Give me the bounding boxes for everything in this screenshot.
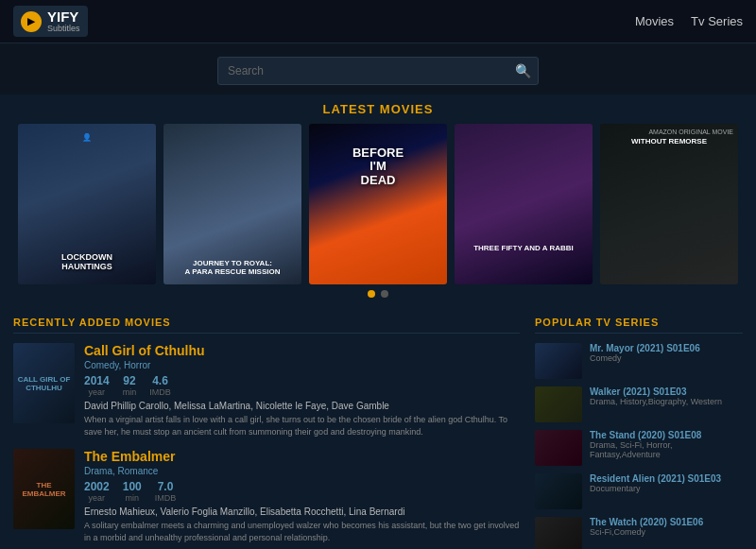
recently-added-section: RECENTLY ADDED MOVIES CALL GIRL OF CTHUL… [13,317,520,549]
logo[interactable]: ▶ YIFY Subtitles [13,6,88,37]
logo-text-group: YIFY Subtitles [47,9,80,33]
movie-row-2: THE EMBALMER The Embalmer Drama, Romance… [13,449,520,543]
tv-thumb-2 [535,386,582,422]
tv-genre-1: Comedy [590,353,743,363]
tv-info-4: Resident Alien (2021) S01E03 Documentary [590,473,743,493]
movie-row-1: CALL GIRL OF CTHULHU Call Girl of Cthulh… [13,343,520,437]
movie-desc-1: When a virginal artist falls in love wit… [84,414,520,437]
tv-title-1[interactable]: Mr. Mayor (2021) S01E06 [590,343,743,353]
tv-thumb-4 [535,473,582,509]
search-bar: 🔍 [0,43,756,94]
movie-meta-2: 2002 year 100 min 7.0 IMDB [84,480,520,503]
meta-imdb-2: 7.0 IMDB [155,480,177,503]
movie-card-title-3: BEFOREI'MDEAD [309,143,447,191]
search-button[interactable]: 🔍 [515,63,531,78]
tv-title-4[interactable]: Resident Alien (2021) S01E03 [590,473,743,484]
latest-movie-1[interactable]: 👤 LOCKDOWNHAUNTINGS [18,124,156,284]
movie-card-title-1: LOCKDOWNHAUNTINGS [18,249,156,275]
tv-thumb-1 [535,343,582,379]
latest-movies-section: LATEST MOVIES 👤 LOCKDOWNHAUNTINGS JOURNE… [0,94,756,307]
search-input[interactable] [217,57,539,85]
logo-icon: ▶ [21,11,42,32]
movie-title-2[interactable]: The Embalmer [84,449,520,464]
popular-tv-title: POPULAR TV SERIES [535,317,743,334]
tv-title-5[interactable]: The Watch (2020) S01E06 [590,517,743,527]
movie-info-2: The Embalmer Drama, Romance 2002 year 10… [84,449,520,543]
popular-tv-section: POPULAR TV SERIES Mr. Mayor (2021) S01E0… [535,317,743,549]
movie-card-title-5: WITHOUT REMORSE [600,133,738,149]
tv-item-5[interactable]: The Watch (2020) S01E06 Sci-Fi,Comedy [535,517,743,549]
tv-info-5: The Watch (2020) S01E06 Sci-Fi,Comedy [590,517,743,537]
meta-mins-1: 92 min [123,374,137,397]
movie-meta-1: 2014 year 92 min 4.6 IMDB [84,374,520,397]
meta-year-1: 2014 year [84,374,110,397]
tv-genre-3: Drama, Sci-Fi, Horror, Fantasy,Adventure [590,440,743,459]
sidebar: POPULAR TV SERIES Mr. Mayor (2021) S01E0… [535,317,743,549]
search-wrap: 🔍 [217,57,539,85]
dot-2[interactable] [381,290,388,298]
latest-movie-4[interactable]: THREE FIFTY AND A RABBI [455,124,593,284]
main-content: RECENTLY ADDED MOVIES CALL GIRL OF CTHUL… [0,307,756,549]
tv-item-3[interactable]: The Stand (2020) S01E08 Drama, Sci-Fi, H… [535,430,743,466]
latest-movie-5[interactable]: AMAZON ORIGINAL MOVIE WITHOUT REMORSE [600,124,738,284]
movie-desc-2: A solitary embalmer meets a charming and… [84,520,520,543]
movie-title-1[interactable]: Call Girl of Cthulhu [84,343,520,358]
movie-card-title-2: JOURNEY TO ROYAL:A PARA RESCUE MISSION [163,255,301,280]
tv-genre-4: Documentary [590,484,743,493]
tv-info-1: Mr. Mayor (2021) S01E06 Comedy [590,343,743,363]
nav: Movies Tv Series [635,14,743,28]
logo-subtitle: Subtitles [47,24,80,33]
tv-genre-5: Sci-Fi,Comedy [590,527,743,537]
movie-thumb-2[interactable]: THE EMBALMER [13,449,75,529]
latest-movies-title: LATEST MOVIES [13,102,743,116]
movie-genre-2: Drama, Romance [84,466,520,476]
tv-info-2: Walker (2021) S01E03 Drama, History,Biog… [590,386,743,406]
movie-carousel: 👤 LOCKDOWNHAUNTINGS JOURNEY TO ROYAL:A P… [13,124,743,284]
movie-genre-1: Comedy, Horror [84,360,520,370]
movie-cast-2: Ernesto Mahieux, Valerio Foglia Manzillo… [84,506,520,517]
tv-genre-2: Drama, History,Biography, Western [590,397,743,406]
logo-title: YIFY [47,9,80,24]
movie-info-1: Call Girl of Cthulhu Comedy, Horror 2014… [84,343,520,437]
dot-1[interactable] [368,290,375,298]
meta-imdb-1: 4.6 IMDB [149,374,171,397]
tv-title-3[interactable]: The Stand (2020) S01E08 [590,430,743,440]
tv-item-1[interactable]: Mr. Mayor (2021) S01E06 Comedy [535,343,743,379]
movie-card-title-4: THREE FIFTY AND A RABBI [455,240,593,256]
carousel-dots [13,290,743,298]
nav-tv-series[interactable]: Tv Series [691,14,743,28]
nav-movies[interactable]: Movies [635,14,674,28]
meta-year-2: 2002 year [84,480,110,503]
tv-item-4[interactable]: Resident Alien (2021) S01E03 Documentary [535,473,743,509]
movie-thumb-1[interactable]: CALL GIRL OF CTHULHU [13,343,75,423]
latest-movie-3[interactable]: BEFOREI'MDEAD [309,124,447,284]
tv-item-2[interactable]: Walker (2021) S01E03 Drama, History,Biog… [535,386,743,422]
movie-cast-1: David Phillip Carollo, Melissa LaMartina… [84,401,520,411]
tv-thumb-5 [535,517,582,549]
header: ▶ YIFY Subtitles Movies Tv Series [0,0,756,43]
tv-info-3: The Stand (2020) S01E08 Drama, Sci-Fi, H… [590,430,743,459]
meta-mins-2: 100 min [123,480,142,503]
tv-title-2[interactable]: Walker (2021) S01E03 [590,386,743,397]
tv-thumb-3 [535,430,582,466]
recently-added-title: RECENTLY ADDED MOVIES [13,317,520,334]
latest-movie-2[interactable]: JOURNEY TO ROYAL:A PARA RESCUE MISSION [163,124,301,284]
